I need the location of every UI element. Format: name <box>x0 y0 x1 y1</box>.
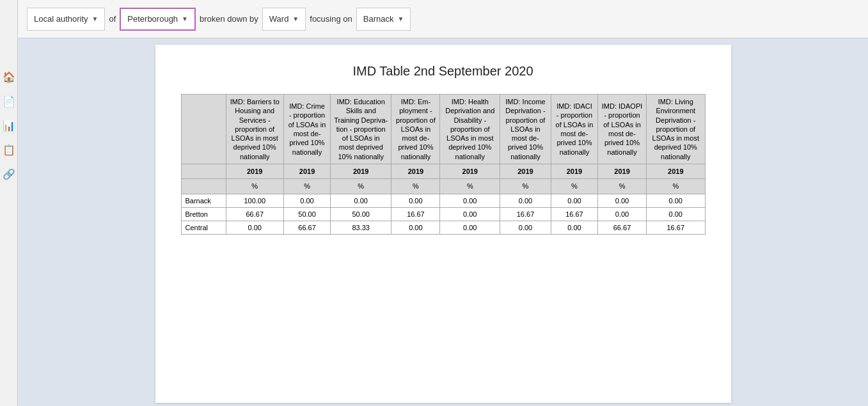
col-header-health: IMD: Health Depriva­tion and Disability … <box>440 95 500 164</box>
year-6: 2019 <box>500 164 551 179</box>
cell-value: 0.00 <box>598 194 647 207</box>
year-empty <box>181 164 226 179</box>
cell-value: 100.00 <box>226 194 283 207</box>
year-2: 2019 <box>283 164 330 179</box>
barnack-label: Barnack <box>363 14 394 24</box>
year-3: 2019 <box>331 164 391 179</box>
ward-arrow: ▼ <box>292 15 299 22</box>
cell-value: 0.00 <box>440 207 500 221</box>
cell-value: 66.67 <box>283 221 330 234</box>
col-header-empty <box>181 95 226 164</box>
row-label: Central <box>181 221 226 234</box>
unit-1: % <box>226 179 283 194</box>
cell-value: 0.00 <box>391 194 440 207</box>
year-9: 2019 <box>647 164 705 179</box>
unit-9: % <box>647 179 705 194</box>
local-authority-dropdown[interactable]: Local authority ▼ <box>27 8 105 31</box>
col-header-idaci: IMD: IDACI - pro­por­tion of LSOAs in mo… <box>551 95 597 164</box>
unit-8: % <box>598 179 647 194</box>
cell-value: 66.67 <box>598 221 647 234</box>
row-label: Barnack <box>181 194 226 207</box>
ward-dropdown[interactable]: Ward ▼ <box>262 8 306 31</box>
cell-value: 0.00 <box>391 221 440 234</box>
cell-value: 50.00 <box>283 207 330 221</box>
sidebar-icon-link[interactable]: 🔗 <box>3 168 15 180</box>
col-header-barriers: IMD: Bar­riers to Housing and Ser­vices … <box>226 95 283 164</box>
unit-3: % <box>331 179 391 194</box>
broken-down-by-label: broken down by <box>200 14 258 24</box>
cell-value: 0.00 <box>226 221 283 234</box>
unit-7: % <box>551 179 597 194</box>
cell-value: 66.67 <box>226 207 283 221</box>
col-header-education: IMD: Edu­cation Skills and Training Depr… <box>331 95 391 164</box>
cell-value: 0.00 <box>500 194 551 207</box>
unit-2: % <box>283 179 330 194</box>
unit-row: % % % % % % % % % <box>181 179 705 194</box>
sidebar: 🏠 📄 📊 📋 🔗 <box>0 0 18 406</box>
table-row: Central0.0066.6783.330.000.000.000.0066.… <box>181 221 705 234</box>
unit-4: % <box>391 179 440 194</box>
cell-value: 0.00 <box>598 207 647 221</box>
of-label: of <box>109 14 116 24</box>
sidebar-icon-chart[interactable]: 📊 <box>3 119 15 132</box>
year-1: 2019 <box>226 164 283 179</box>
cell-value: 0.00 <box>551 194 597 207</box>
content-area: IMD Table 2nd September 2020 IMD: Bar­ri… <box>18 38 868 406</box>
cell-value: 0.00 <box>331 194 391 207</box>
year-7: 2019 <box>551 164 597 179</box>
year-8: 2019 <box>598 164 647 179</box>
cell-value: 0.00 <box>500 221 551 234</box>
cell-value: 83.33 <box>331 221 391 234</box>
document-title: IMD Table 2nd September 2020 <box>181 64 706 79</box>
cell-value: 16.67 <box>391 207 440 221</box>
table-row: Barnack100.000.000.000.000.000.000.000.0… <box>181 194 705 207</box>
main-area: Local authority ▼ of Peterborough ▼ brok… <box>18 0 868 406</box>
cell-value: 0.00 <box>440 221 500 234</box>
year-5: 2019 <box>440 164 500 179</box>
unit-5: % <box>440 179 500 194</box>
cell-value: 16.67 <box>647 221 705 234</box>
peterborough-label: Peterborough <box>127 14 178 24</box>
toolbar: Local authority ▼ of Peterborough ▼ brok… <box>18 0 868 38</box>
col-header-income: IMD: In­come Depri­vation - propor­tion … <box>500 95 551 164</box>
document: IMD Table 2nd September 2020 IMD: Bar­ri… <box>155 45 731 403</box>
column-header-row: IMD: Bar­riers to Housing and Ser­vices … <box>181 95 705 164</box>
unit-6: % <box>500 179 551 194</box>
cell-value: 0.00 <box>647 194 705 207</box>
cell-value: 16.67 <box>551 207 597 221</box>
table-row: Bretton66.6750.0050.0016.670.0016.6716.6… <box>181 207 705 221</box>
focusing-on-label: focusing on <box>310 14 352 24</box>
barnack-arrow: ▼ <box>397 15 404 22</box>
sidebar-icon-document[interactable]: 📄 <box>3 95 15 107</box>
year-row: 2019 2019 2019 2019 2019 2019 2019 2019 … <box>181 164 705 179</box>
peterborough-dropdown[interactable]: Peterborough ▼ <box>120 8 196 31</box>
row-label: Bretton <box>181 207 226 221</box>
cell-value: 0.00 <box>647 207 705 221</box>
col-header-employment: IMD: Em­ploy­ment - pro­portion of LSOAs… <box>391 95 440 164</box>
cell-value: 0.00 <box>551 221 597 234</box>
cell-value: 16.67 <box>500 207 551 221</box>
barnack-dropdown[interactable]: Barnack ▼ <box>356 8 411 31</box>
peterborough-arrow: ▼ <box>182 15 188 22</box>
sidebar-icon-list[interactable]: 📋 <box>3 143 15 156</box>
col-header-idaopi: IMD: IDAOPI - pro­portion of LSOAs in mo… <box>598 95 647 164</box>
imd-table: IMD: Bar­riers to Housing and Ser­vices … <box>181 94 706 235</box>
col-header-crime: IMD: Crime - pro­por­tion of LSOAs in mo… <box>283 95 330 164</box>
col-header-living: IMD: Liv­ing Envi­ronment Depriva­tion -… <box>647 95 705 164</box>
cell-value: 50.00 <box>331 207 391 221</box>
year-4: 2019 <box>391 164 440 179</box>
unit-empty <box>181 179 226 194</box>
sidebar-icon-home[interactable]: 🏠 <box>3 70 15 83</box>
cell-value: 0.00 <box>283 194 330 207</box>
local-authority-label: Local authority <box>34 14 88 24</box>
local-authority-arrow: ▼ <box>92 15 99 22</box>
cell-value: 0.00 <box>440 194 500 207</box>
ward-label: Ward <box>269 14 289 24</box>
